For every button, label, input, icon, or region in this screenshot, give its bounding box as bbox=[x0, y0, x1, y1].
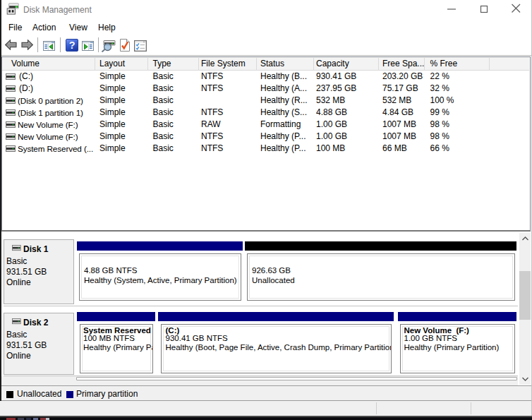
svg-text:?: ? bbox=[69, 40, 75, 51]
